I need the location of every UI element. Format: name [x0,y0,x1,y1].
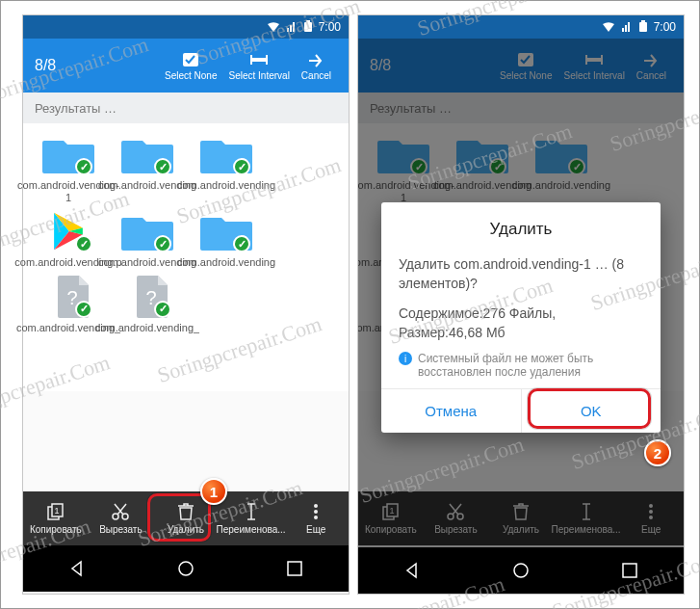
rename-button[interactable]: Переименова... [222,502,280,535]
app-bar: 8/8 Select None Select Interval Cancel [23,39,349,93]
file-item[interactable]: com.android.vending.p [31,208,106,269]
recent-icon[interactable] [285,559,304,578]
file-item[interactable]: com.android.vending-1 [31,131,106,204]
selected-check-icon [154,158,171,175]
file-item[interactable]: com.android.vending_ [110,274,185,334]
file-item[interactable]: com.android.vending [189,131,264,204]
empty-area [23,391,349,491]
battery-icon [301,20,315,34]
folder-icon [119,208,175,254]
return-icon [306,51,325,68]
breadcrumb[interactable]: Результаты … [23,93,349,123]
more-icon [306,502,325,521]
bottom-toolbar: Копировать Вырезать Удалить Переименова.… [23,491,349,545]
dialog-cancel-button[interactable]: Отмена [381,389,522,433]
back-icon[interactable] [67,559,87,578]
select-interval-button[interactable]: Select Interval [222,51,295,81]
select-none-button[interactable]: Select None [159,51,222,81]
selected-check-icon [75,301,92,318]
selected-check-icon [75,235,92,252]
highlight-box-2 [528,388,651,429]
clock: 7:00 [319,20,341,34]
file-name: com.android.vending [177,256,275,269]
file-item[interactable]: com.android.vending [110,208,185,269]
file-item[interactable]: com.android.vending [189,208,264,269]
back-icon[interactable] [402,561,422,580]
info-icon: i [399,352,412,365]
copy-button[interactable]: Копировать [27,502,85,535]
file-name: com.android.vending [177,179,275,192]
status-bar: 7:00 [23,15,349,39]
file-grid: com.android.vending-1com.android.vending… [23,123,349,391]
annotation-marker-2: 2 [644,439,671,466]
folder-icon [119,131,175,177]
signal-icon [284,20,298,34]
cursor-icon [242,502,261,521]
folder-icon [198,208,254,254]
right-screenshot: 7:00 8/8 Select None Select Interval Can… [358,15,684,594]
nav-bar [23,545,349,592]
clock: 7:00 [654,20,676,34]
file-icon [40,274,96,320]
checkbox-icon [181,51,200,68]
cancel-button[interactable]: Cancel [296,51,337,81]
signal-icon [619,20,633,34]
cut-button[interactable]: Вырезать [91,502,149,535]
wifi-icon [267,20,280,34]
dialog-message-2: Содержимое:276 Файлы, Размер:46,68 Мб [399,304,643,343]
selected-check-icon [233,158,250,175]
scissors-icon [111,502,130,521]
folder-icon [40,131,96,177]
dialog-message-1: Удалить com.android.vending-1 … (8 элеме… [399,254,643,294]
highlight-box-1 [147,493,211,542]
home-icon[interactable] [176,559,195,578]
annotation-marker-1: 1 [200,478,227,505]
copy-icon [46,502,65,521]
selected-check-icon [75,158,92,175]
file-name: com.android.vending_ [95,322,199,334]
nav-bar [358,547,684,594]
dialog-warning: i Системный файл не может быть восстанов… [381,346,661,388]
delete-dialog: Удалить Удалить com.android.vending-1 … … [381,202,661,433]
file-item[interactable]: com.android.vending [110,131,185,204]
battery-icon [636,20,650,34]
wifi-icon [602,20,615,34]
home-icon[interactable] [511,561,531,580]
recent-icon[interactable] [620,561,639,580]
folder-icon [198,131,254,177]
selection-count: 8/8 [35,57,56,74]
file-icon [119,274,175,320]
status-bar: 7:00 [358,15,684,39]
left-screenshot: 7:00 8/8 Select None Select Interval Can… [23,15,349,594]
interval-icon [249,51,269,68]
more-button[interactable]: Еще [287,502,345,535]
dialog-title: Удалить [381,220,661,254]
play-icon [40,208,96,254]
selected-check-icon [154,301,171,318]
